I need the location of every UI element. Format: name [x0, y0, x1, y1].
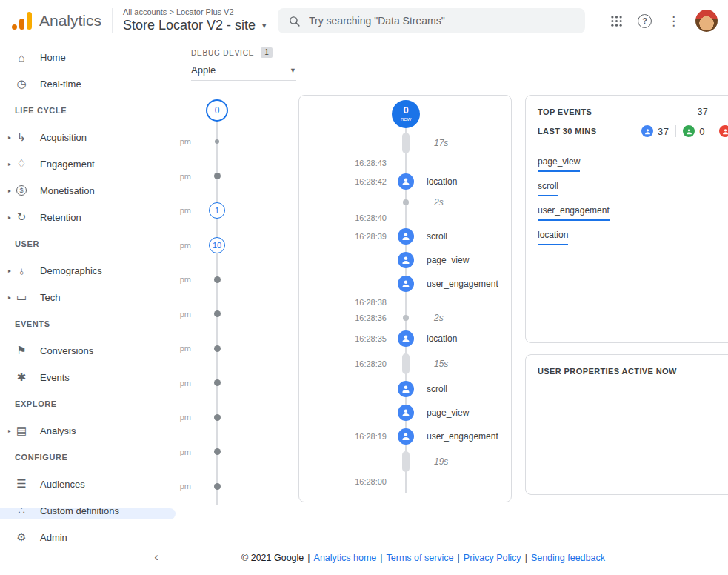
- event-name[interactable]: location: [427, 176, 457, 187]
- minute-marker[interactable]: [214, 414, 221, 421]
- sidebar-item-events[interactable]: ✱ Events: [0, 364, 172, 390]
- sidebar-item-audiences[interactable]: ☰ Audiences: [0, 471, 172, 497]
- sidebar-item-label: Demographics: [40, 265, 102, 276]
- event-icon[interactable]: [398, 428, 414, 445]
- search-bar[interactable]: [278, 8, 585, 33]
- minute-row: pm: [156, 124, 267, 159]
- sidebar-item-conversions[interactable]: ⚑ Conversions: [0, 337, 172, 364]
- sidebar-item-label: EVENTS: [15, 319, 50, 330]
- event-timestamp: 16:28:00: [299, 477, 387, 486]
- counter: 0: [675, 125, 712, 137]
- timeline-row: 16:28:39 scroll: [299, 225, 511, 248]
- event-icon[interactable]: [398, 228, 414, 245]
- top-event-name[interactable]: page_view: [538, 156, 580, 172]
- top-event-name[interactable]: scroll: [538, 181, 558, 196]
- analytics-app: Analytics All accounts > Locator Plus V2…: [0, 0, 728, 575]
- breadcrumb[interactable]: All accounts > Locator Plus V2: [123, 7, 267, 16]
- minute-row: pm 1: [156, 193, 267, 228]
- minute-marker[interactable]: [215, 139, 219, 144]
- event-icon[interactable]: [398, 330, 414, 347]
- expand-arrow-icon: ▸: [4, 267, 15, 274]
- property-title[interactable]: Store Locator V2 - site ▼: [123, 18, 267, 33]
- minute-marker[interactable]: [214, 173, 221, 179]
- search-input[interactable]: [309, 15, 575, 27]
- analysis-icon: ▤: [15, 424, 28, 437]
- sidebar-item-admin[interactable]: ⚙ Admin: [0, 524, 172, 551]
- event-icon[interactable]: [398, 381, 414, 397]
- sidebar-item-monetisation[interactable]: ▸ $ Monetisation: [0, 177, 172, 204]
- sidebar-item-analysis[interactable]: ▸ ▤ Analysis: [0, 417, 172, 444]
- sidebar-item-label: Admin: [40, 532, 67, 543]
- event-name[interactable]: scroll: [427, 231, 447, 242]
- timeline-row: 19s: [299, 448, 511, 475]
- minute-marker[interactable]: [214, 448, 221, 455]
- event-name[interactable]: page_view: [427, 255, 469, 265]
- chevron-down-icon: ▼: [261, 22, 267, 30]
- sidebar-collapse-button[interactable]: ‹: [154, 550, 158, 565]
- copyright-text: © 2021 Google: [241, 553, 304, 563]
- event-icon[interactable]: [398, 405, 414, 421]
- sidebar-item-real-time[interactable]: ◷ Real-time: [0, 70, 172, 97]
- sidebar-item-label: LIFE CYCLE: [15, 105, 67, 116]
- footer-link[interactable]: Analytics home: [314, 553, 377, 563]
- help-icon[interactable]: ?: [638, 14, 652, 28]
- sidebar-item-engagement[interactable]: ▸ ♢ Engagement: [0, 150, 172, 177]
- user-avatar[interactable]: [695, 10, 718, 32]
- event-timestamp: 16:28:38: [299, 298, 387, 307]
- event-name[interactable]: location: [427, 333, 457, 344]
- top-event-name[interactable]: location: [538, 230, 568, 245]
- minutes-selected-circle[interactable]: 0: [206, 99, 228, 122]
- seconds-selected-circle[interactable]: 0 new: [392, 100, 420, 128]
- header-actions: ? ⋮: [611, 0, 718, 41]
- counter: [712, 125, 728, 137]
- sidebar-item-tech[interactable]: ▸ ▭ Tech: [0, 284, 172, 310]
- footer-link[interactable]: Sending feedback: [531, 553, 605, 563]
- sidebar-item-retention[interactable]: ▸ ↻ Retention: [0, 204, 172, 230]
- analytics-logo-icon[interactable]: [12, 12, 32, 30]
- event-timestamp: 16:28:35: [299, 334, 387, 343]
- top-event-row[interactable]: location: [538, 221, 728, 245]
- event-name[interactable]: scroll: [427, 384, 447, 394]
- minute-marker[interactable]: [214, 276, 221, 283]
- top-event-row[interactable]: page_view: [538, 147, 728, 172]
- event-name[interactable]: user_engagement: [427, 279, 498, 289]
- minute-marker[interactable]: [214, 345, 221, 352]
- sidebar-item-label: Events: [40, 372, 70, 383]
- event-name[interactable]: page_view: [427, 408, 469, 418]
- sidebar-item-home[interactable]: ⌂ Home: [0, 44, 172, 70]
- timeline-row: 16:28:19 user_engagement: [299, 425, 511, 448]
- top-events-card: TOP EVENTS 37 LAST 30 MINS 37: [525, 95, 728, 343]
- timeline-row: page_view: [299, 248, 511, 272]
- device-select[interactable]: Apple ▼: [191, 64, 296, 81]
- minute-marker[interactable]: 10: [209, 237, 225, 253]
- minute-marker[interactable]: 1: [209, 202, 225, 219]
- event-icon[interactable]: [398, 173, 414, 190]
- event-name[interactable]: user_engagement: [427, 431, 498, 442]
- sidebar-item-label: Acquisition: [40, 132, 87, 143]
- footer-link[interactable]: Terms of service: [387, 553, 454, 563]
- footer-link[interactable]: Privacy Policy: [464, 553, 521, 563]
- debug-device-panel: DEBUG DEVICE 1 Apple ▼: [191, 47, 296, 81]
- expand-arrow-icon: ▸: [4, 428, 15, 434]
- sidebar-item-acquisition[interactable]: ▸ ↳ Acquisition: [0, 124, 172, 150]
- account-property-picker[interactable]: All accounts > Locator Plus V2 Store Loc…: [123, 7, 267, 33]
- sidebar-item-label: Engagement: [40, 159, 95, 170]
- top-event-row[interactable]: user_engagement: [538, 196, 728, 221]
- event-icon[interactable]: [398, 276, 414, 292]
- event-icon[interactable]: [398, 252, 414, 268]
- timeline-row: 16:28:20 15s: [299, 350, 511, 377]
- clock-icon: ◷: [15, 77, 28, 90]
- timeline-row: 2s: [299, 193, 511, 211]
- top-event-name[interactable]: user_engagement: [538, 205, 610, 221]
- seconds-stream-card: 0 new 17s: [298, 95, 512, 502]
- more-options-icon[interactable]: ⋮: [667, 13, 680, 29]
- expand-arrow-icon: ▸: [4, 134, 15, 141]
- sidebar-item-demographics[interactable]: ▸ ♁ Demographics: [0, 257, 172, 284]
- minute-marker[interactable]: [214, 310, 221, 317]
- apps-grid-icon[interactable]: [611, 16, 622, 27]
- minute-marker[interactable]: [214, 379, 221, 386]
- minute-marker[interactable]: [214, 483, 221, 490]
- expand-arrow-icon: ▸: [4, 214, 15, 221]
- top-event-row[interactable]: scroll: [538, 172, 728, 196]
- sidebar-item-custom-definitions[interactable]: ∴ Custom definitions: [0, 497, 172, 524]
